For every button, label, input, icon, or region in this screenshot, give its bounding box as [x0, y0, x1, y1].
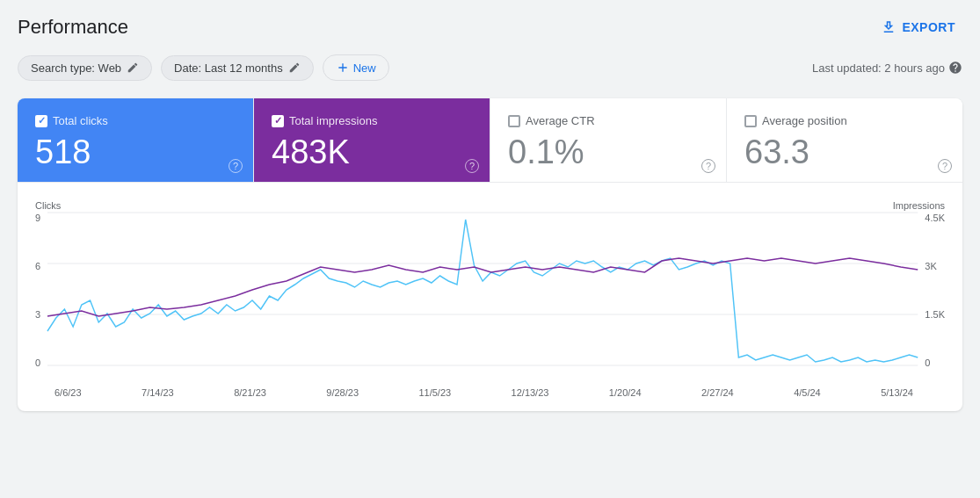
filters-row: Search type: Web Date: Last 12 months Ne…	[18, 54, 962, 81]
check-mark: ✓	[38, 116, 46, 126]
ctr-label: Average CTR	[526, 114, 595, 127]
last-updated: Last updated: 2 hours ago	[812, 61, 962, 75]
help-icon[interactable]	[948, 61, 962, 75]
clicks-label: Total clicks	[53, 114, 108, 127]
metric-header-position: Average position	[744, 114, 945, 127]
ctr-help-icon[interactable]: ?	[701, 159, 715, 173]
header-row: Performance EXPORT	[18, 14, 962, 40]
metrics-row: ✓ Total clicks 518 ? ✓ Total impressions…	[18, 98, 962, 183]
ctr-checkbox[interactable]	[508, 115, 520, 127]
impressions-checkbox[interactable]: ✓	[272, 115, 284, 127]
x-label-10: 5/13/24	[881, 387, 913, 398]
main-card: ✓ Total clicks 518 ? ✓ Total impressions…	[18, 98, 962, 411]
impressions-value: 483K	[272, 134, 472, 171]
x-label-2: 7/14/23	[142, 387, 174, 398]
x-label-6: 12/13/23	[512, 387, 549, 398]
y-left-label: Clicks	[35, 200, 61, 211]
position-label: Average position	[762, 114, 847, 127]
y-right-tick-0: 0	[925, 357, 945, 368]
new-button[interactable]: New	[323, 54, 389, 81]
impressions-help-icon[interactable]: ?	[465, 159, 479, 173]
metric-total-clicks[interactable]: ✓ Total clicks 518 ?	[18, 98, 254, 182]
x-label-1: 6/6/23	[54, 387, 82, 398]
metric-average-ctr[interactable]: Average CTR 0.1% ?	[490, 98, 727, 182]
metric-average-position[interactable]: Average position 63.3 ?	[727, 98, 962, 182]
chart-area: Clicks Impressions 9 6 3 0	[18, 183, 962, 411]
plus-icon	[336, 61, 350, 75]
position-value: 63.3	[744, 134, 945, 171]
metric-header-ctr: Average CTR	[508, 114, 708, 127]
position-checkbox[interactable]	[744, 115, 757, 127]
date-range-filter[interactable]: Date: Last 12 months	[161, 55, 314, 81]
clicks-value: 518	[35, 134, 236, 171]
page-title: Performance	[18, 16, 128, 39]
new-label: New	[353, 61, 376, 75]
date-range-label: Date: Last 12 months	[174, 61, 283, 75]
export-label: EXPORT	[902, 20, 955, 34]
export-button[interactable]: EXPORT	[874, 14, 962, 40]
edit-date-icon	[288, 61, 301, 74]
metric-total-impressions[interactable]: ✓ Total impressions 483K ?	[254, 98, 490, 182]
clicks-help-icon[interactable]: ?	[229, 159, 243, 173]
ctr-value: 0.1%	[508, 134, 708, 171]
search-type-label: Search type: Web	[31, 61, 121, 75]
y-left-tick-0: 0	[35, 357, 40, 368]
y-right-label: Impressions	[893, 200, 945, 211]
last-updated-text: Last updated: 2 hours ago	[812, 61, 945, 75]
download-icon	[881, 19, 897, 35]
x-label-9: 4/5/24	[794, 387, 821, 398]
y-left-tick-9: 9	[35, 213, 40, 223]
y-left-tick-6: 6	[35, 261, 40, 271]
x-label-5: 11/5/23	[418, 387, 451, 398]
x-label-3: 8/21/23	[234, 387, 266, 398]
chart-svg	[47, 213, 918, 366]
x-label-8: 2/27/24	[701, 387, 734, 398]
clicks-checkbox[interactable]: ✓	[35, 115, 47, 127]
y-left-tick-3: 3	[35, 309, 40, 320]
position-help-icon[interactable]: ?	[938, 159, 952, 173]
edit-icon	[127, 61, 139, 74]
metric-header-impressions: ✓ Total impressions	[272, 114, 472, 127]
x-label-7: 1/20/24	[609, 387, 642, 398]
x-label-4: 9/28/23	[326, 387, 359, 398]
page-container: Performance EXPORT Search type: Web Date…	[0, 0, 980, 425]
y-right-tick-3k: 3K	[925, 261, 945, 271]
y-right-tick-1-5k: 1.5K	[925, 309, 945, 320]
y-right-tick-4-5k: 4.5K	[925, 213, 945, 223]
check-mark-impressions: ✓	[274, 116, 282, 126]
search-type-filter[interactable]: Search type: Web	[18, 55, 152, 81]
impressions-label: Total impressions	[289, 114, 377, 127]
metric-header-clicks: ✓ Total clicks	[35, 114, 236, 127]
